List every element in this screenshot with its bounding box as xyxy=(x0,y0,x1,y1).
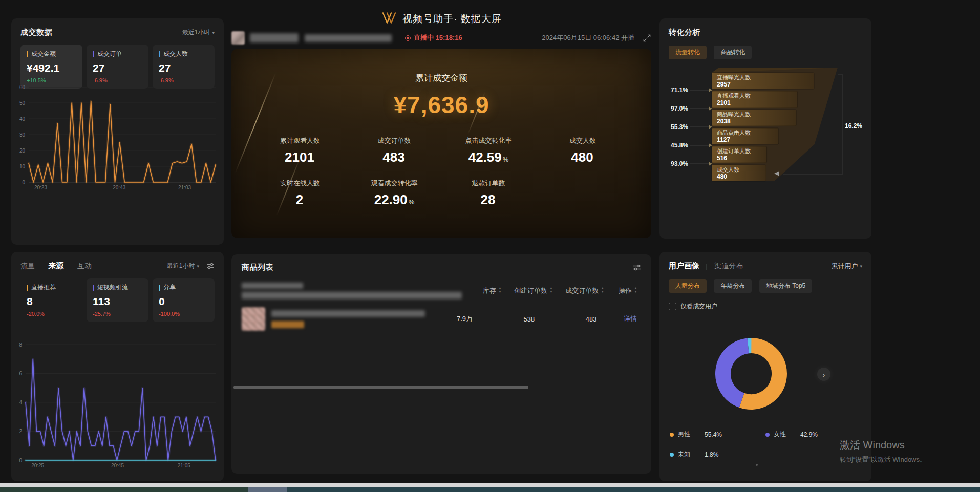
detail-link[interactable]: 详情 xyxy=(597,314,641,324)
conversion-funnel-chart: 直播曝光人数2957直播观看人数210171.1%商品曝光人数203897.0%… xyxy=(661,68,870,196)
cell-deal-orders: 483 xyxy=(535,315,596,323)
card-change: -25.7% xyxy=(93,311,142,317)
svg-text:10: 10 xyxy=(19,164,26,169)
funnel-step-value: 480 xyxy=(717,173,727,180)
stat-total-viewers: 累计观看人数2101 xyxy=(253,136,347,165)
channels-logo-icon xyxy=(381,11,397,27)
metric-card-deal-orders[interactable]: 成交订单 27 -6.9% xyxy=(87,45,148,89)
funnel-step-label: 直播曝光人数 xyxy=(716,74,751,80)
legend-dot xyxy=(765,433,770,437)
redacted-product-image xyxy=(242,307,265,331)
deal-panel-title: 成交数据 xyxy=(20,28,52,37)
funnel-step-label: 商品点击人数 xyxy=(717,130,751,136)
marker xyxy=(93,285,94,291)
stat-refund-orders: 退款订单数28 xyxy=(441,179,536,208)
page-horizontal-scrollbar[interactable] xyxy=(0,483,980,487)
subtab-region-distribution[interactable]: 地域分布 Top5 xyxy=(759,279,812,293)
page-title: 视频号助手· 数据大屏 xyxy=(402,12,502,26)
svg-text:20: 20 xyxy=(19,148,26,154)
metric-card-share[interactable]: 分享 0 -100.0% xyxy=(153,278,215,322)
marker xyxy=(159,285,160,291)
tab-interaction[interactable]: 互动 xyxy=(77,262,92,270)
fullscreen-icon[interactable] xyxy=(643,34,651,42)
deal-users-only-checkbox[interactable] xyxy=(669,303,676,310)
card-change: -6.9% xyxy=(93,77,142,83)
svg-text:21:05: 21:05 xyxy=(178,463,190,468)
tab-product-conversion[interactable]: 商品转化 xyxy=(714,46,752,59)
legend-item-male[interactable]: 男性 55.4% xyxy=(670,430,765,439)
broadcast-start-time: 2024年06月15日 06:06:42 开播 xyxy=(542,33,634,42)
funnel-step-label: 直播观看人数 xyxy=(716,93,751,99)
tab-traffic-conversion[interactable]: 流量转化 xyxy=(669,46,707,59)
taskbar-edge xyxy=(0,487,980,492)
filter-sliders-icon[interactable] xyxy=(633,264,641,271)
marker xyxy=(159,51,160,57)
card-change: -100.0% xyxy=(159,311,208,317)
svg-text:20:25: 20:25 xyxy=(31,463,44,468)
stat-online-now: 实时在线人数2 xyxy=(253,179,347,208)
svg-text:4: 4 xyxy=(19,400,22,405)
redacted-product-badge xyxy=(271,321,304,328)
card-change: -6.9% xyxy=(159,77,208,83)
card-value: 27 xyxy=(93,62,142,74)
card-label: 成交金额 xyxy=(31,50,56,58)
metric-card-deal-amount[interactable]: 成交金额 ¥492.1 +10.5% xyxy=(20,45,82,89)
column-header-created-orders[interactable]: 创建订单数▲▼ xyxy=(501,286,552,295)
funnel-step-value: 2101 xyxy=(717,99,731,106)
column-header-action[interactable]: 操作▲▼ xyxy=(604,286,641,295)
card-label: 分享 xyxy=(163,283,176,292)
svg-text:2: 2 xyxy=(19,429,22,434)
legend-item-unknown[interactable]: 未知 1.8% xyxy=(670,450,765,459)
funnel-step-value: 516 xyxy=(717,155,727,162)
svg-text:21:03: 21:03 xyxy=(178,185,191,190)
page-indicator-dot[interactable] xyxy=(756,464,758,466)
stat-deal-orders: 成交订单数483 xyxy=(347,136,441,165)
sort-icon[interactable]: ▲▼ xyxy=(634,286,637,293)
column-header-stock[interactable]: 库存▲▼ xyxy=(462,286,501,295)
funnel-step-value: 2038 xyxy=(717,118,731,125)
marker xyxy=(93,51,94,57)
metric-card-short-video[interactable]: 短视频引流 113 -25.7% xyxy=(87,278,148,322)
metric-card-deal-buyers[interactable]: 成交人数 27 -6.9% xyxy=(153,45,215,89)
tab-user-portrait[interactable]: 用户画像 xyxy=(669,261,699,271)
tab-traffic[interactable]: 流量 xyxy=(20,262,35,270)
svg-text:40: 40 xyxy=(19,116,26,122)
funnel-step-label: 商品曝光人数 xyxy=(717,111,751,117)
stat-deal-buyers: 成交人数480 xyxy=(536,136,630,165)
redacted-filter-block xyxy=(242,283,303,289)
svg-text:50: 50 xyxy=(19,100,26,106)
source-time-range-dropdown[interactable]: 最近1小时▾ xyxy=(167,262,199,270)
card-value: ¥492.1 xyxy=(27,62,76,74)
subtab-age-distribution[interactable]: 年龄分布 xyxy=(714,279,752,293)
filter-sliders-icon[interactable] xyxy=(206,263,215,269)
funnel-step-rate: 93.0% xyxy=(671,160,688,167)
funnel-step-rate: 71.1% xyxy=(671,87,688,94)
legend-item-female[interactable]: 女性 42.9% xyxy=(765,430,861,439)
card-change: -20.0% xyxy=(27,311,76,317)
stat-click-conversion: 点击成交转化率42.59% xyxy=(441,136,536,165)
deal-trend-chart: 010203040506020:2320:4321:03 xyxy=(15,84,220,191)
metric-card-live-recommend[interactable]: 直播推荐 8 -20.0% xyxy=(20,278,82,322)
taskbar-segment xyxy=(0,487,248,492)
product-table-hscrollbar[interactable] xyxy=(233,386,528,389)
marker xyxy=(27,285,28,291)
card-value: 8 xyxy=(27,295,76,308)
column-header-deal-orders[interactable]: 成交订单数▲▼ xyxy=(552,286,604,295)
user-scope-dropdown[interactable]: 累计用户▾ xyxy=(831,262,862,271)
summary-amount: ¥7,636.9 xyxy=(231,91,651,119)
legend-dot xyxy=(670,453,674,457)
product-panel-title: 商品列表 xyxy=(242,263,273,272)
product-table-row: 7.9万 538 483 详情 xyxy=(242,307,641,331)
svg-text:20:45: 20:45 xyxy=(111,463,124,468)
chevron-right-button[interactable]: › xyxy=(817,368,830,381)
subtab-crowd-distribution[interactable]: 人群分布 xyxy=(669,279,707,293)
product-list-panel: 商品列表 库存▲▼ 创建订单数▲▼ 成交订单数▲▼ 操作▲▼ xyxy=(231,254,651,474)
legend-dot xyxy=(670,433,674,437)
tab-channel-distribution[interactable]: 渠道分布 xyxy=(714,262,743,271)
tab-source[interactable]: 来源 xyxy=(48,261,63,270)
deal-time-range-dropdown[interactable]: 最近1小时▾ xyxy=(182,28,215,37)
funnel-step-rate: 97.0% xyxy=(671,105,688,112)
chevron-down-icon: ▾ xyxy=(860,264,862,269)
source-trend-chart: 0246820:2520:4521:05 xyxy=(15,341,220,469)
funnel-step-rate: 45.8% xyxy=(671,142,688,149)
